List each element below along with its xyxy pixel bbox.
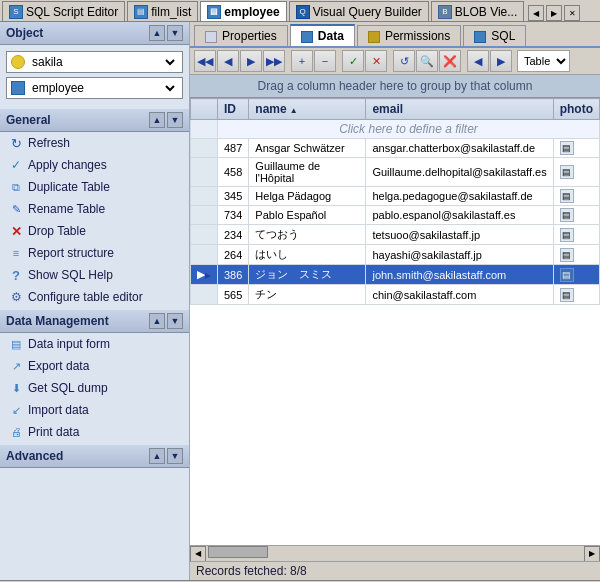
filter-row[interactable]: Click here to define a filter <box>191 120 600 139</box>
subtab-sql[interactable]: SQL <box>463 25 526 46</box>
cell-name[interactable]: てつおう <box>249 225 366 245</box>
toolbar-save[interactable]: ✓ <box>342 50 364 72</box>
cell-email[interactable]: hayashi@sakilastaff.jp <box>366 245 553 265</box>
subtab-data[interactable]: Data <box>290 24 355 46</box>
menu-item-refresh[interactable]: ↻ Refresh <box>0 132 189 154</box>
tab-close[interactable]: ✕ <box>564 5 580 21</box>
scroll-right-btn[interactable]: ▶ <box>584 546 600 562</box>
tab-film-list[interactable]: ▤ film_list <box>127 1 198 21</box>
cell-id[interactable]: 565 <box>218 285 249 305</box>
cell-photo: ▤ <box>553 187 599 206</box>
menu-item-export-data[interactable]: ↗ Export data <box>0 355 189 377</box>
database-selector[interactable]: sakila <box>6 51 183 73</box>
horizontal-scrollbar[interactable]: ◀ ▶ <box>190 545 600 561</box>
menu-item-apply-changes[interactable]: ✓ Apply changes <box>0 154 189 176</box>
cell-id[interactable]: 487 <box>218 139 249 158</box>
toolbar-cancel[interactable]: ✕ <box>365 50 387 72</box>
row-indicator-5 <box>191 225 218 245</box>
menu-item-report-structure[interactable]: ≡ Report structure <box>0 242 189 264</box>
menu-item-rename-table[interactable]: ✎ Rename Table <box>0 198 189 220</box>
object-collapse-down[interactable]: ▼ <box>167 25 183 41</box>
cell-name[interactable]: Pablo Español <box>249 206 366 225</box>
cell-email[interactable]: tetsuoo@sakilastaff.jp <box>366 225 553 245</box>
toolbar-filter[interactable]: 🔍 <box>416 50 438 72</box>
table-row[interactable]: 458 Guillaume de l'Hôpital Guillaume.del… <box>191 158 600 187</box>
menu-item-configure-table-editor[interactable]: ⚙ Configure table editor <box>0 286 189 308</box>
cell-id[interactable]: 734 <box>218 206 249 225</box>
subtab-permissions[interactable]: Permissions <box>357 25 461 46</box>
tab-scroll-right[interactable]: ▶ <box>546 5 562 21</box>
data-table-container[interactable]: ID name ▲ email photo Click here to defi… <box>190 98 600 545</box>
table-row[interactable]: 264 はいし hayashi@sakilastaff.jp ▤ <box>191 245 600 265</box>
cell-id[interactable]: 458 <box>218 158 249 187</box>
tab-blob-viewer[interactable]: B BLOB Vie... <box>431 1 524 21</box>
cell-email[interactable]: john.smith@sakilastaff.com <box>366 265 553 285</box>
advanced-collapse-down[interactable]: ▼ <box>167 448 183 464</box>
table-row[interactable]: 565 チン chin@sakilastaff.com ▤ <box>191 285 600 305</box>
toolbar-delete[interactable]: − <box>314 50 336 72</box>
table-row[interactable]: 345 Helga Pädagog helga.pedagogue@sakila… <box>191 187 600 206</box>
cell-id[interactable]: 345 <box>218 187 249 206</box>
view-type-select[interactable]: Table Form Split <box>517 50 570 72</box>
menu-item-show-sql-help[interactable]: ? Show SQL Help <box>0 264 189 286</box>
col-photo[interactable]: photo <box>553 99 599 120</box>
cell-id[interactable]: 234 <box>218 225 249 245</box>
col-name[interactable]: name ▲ <box>249 99 366 120</box>
scroll-thumb[interactable] <box>208 546 268 558</box>
tab-scroll-left[interactable]: ◀ <box>528 5 544 21</box>
table-row[interactable]: 734 Pablo Español pablo.espanol@sakilast… <box>191 206 600 225</box>
cell-name[interactable]: はいし <box>249 245 366 265</box>
tab-employee[interactable]: ▤ employee <box>200 1 286 21</box>
subtab-properties[interactable]: Properties <box>194 25 288 46</box>
col-id[interactable]: ID <box>218 99 249 120</box>
menu-item-drop-table[interactable]: ✕ Drop Table <box>0 220 189 242</box>
menu-item-get-sql-dump[interactable]: ⬇ Get SQL dump <box>0 377 189 399</box>
scroll-left-btn[interactable]: ◀ <box>190 546 206 562</box>
menu-item-import-data[interactable]: ↙ Import data <box>0 399 189 421</box>
database-select[interactable]: sakila <box>28 54 178 70</box>
toolbar-add[interactable]: + <box>291 50 313 72</box>
cell-email[interactable]: chin@sakilastaff.com <box>366 285 553 305</box>
cell-name[interactable]: Helga Pädagog <box>249 187 366 206</box>
report-icon: ≡ <box>8 245 24 261</box>
toolbar-last[interactable]: ▶▶ <box>263 50 285 72</box>
object-collapse-up[interactable]: ▲ <box>149 25 165 41</box>
cell-email[interactable]: Guillaume.delhopital@sakilastaff.es <box>366 158 553 187</box>
cell-photo: ▤ <box>553 206 599 225</box>
table-row-selected[interactable]: ▶ 386 ジョン スミス john.smith@sakilastaff.com… <box>191 265 600 285</box>
cell-email[interactable]: helga.pedagogue@sakilastaff.de <box>366 187 553 206</box>
dm-collapse-down[interactable]: ▼ <box>167 313 183 329</box>
cell-id[interactable]: 386 <box>218 265 249 285</box>
general-collapse-up[interactable]: ▲ <box>149 112 165 128</box>
toolbar-reload[interactable]: ↺ <box>393 50 415 72</box>
advanced-collapse-up[interactable]: ▲ <box>149 448 165 464</box>
tab-sql-script[interactable]: S SQL Script Editor <box>2 1 125 21</box>
col-indicator <box>191 99 218 120</box>
toolbar-left-nav[interactable]: ◀ <box>467 50 489 72</box>
cell-name[interactable]: チン <box>249 285 366 305</box>
menu-item-data-input-form[interactable]: ▤ Data input form <box>0 333 189 355</box>
menu-item-duplicate-table[interactable]: ⧉ Duplicate Table <box>0 176 189 198</box>
table-row[interactable]: 234 てつおう tetsuoo@sakilastaff.jp ▤ <box>191 225 600 245</box>
filter-text[interactable]: Click here to define a filter <box>218 120 600 139</box>
toolbar-next[interactable]: ▶ <box>240 50 262 72</box>
scroll-track[interactable] <box>206 546 584 561</box>
cell-name[interactable]: ジョン スミス <box>249 265 366 285</box>
tab-visual-query[interactable]: Q Visual Query Builder <box>289 1 429 21</box>
cell-name[interactable]: Ansgar Schwätzer <box>249 139 366 158</box>
dm-collapse-up[interactable]: ▲ <box>149 313 165 329</box>
cell-email[interactable]: pablo.espanol@sakilastaff.es <box>366 206 553 225</box>
table-selector[interactable]: employee <box>6 77 183 99</box>
toolbar-clear-filter[interactable]: ❌ <box>439 50 461 72</box>
table-row[interactable]: 487 Ansgar Schwätzer ansgar.chatterbox@s… <box>191 139 600 158</box>
toolbar-prev[interactable]: ◀ <box>217 50 239 72</box>
toolbar-right-nav[interactable]: ▶ <box>490 50 512 72</box>
table-select[interactable]: employee <box>28 80 178 96</box>
menu-item-print-data[interactable]: 🖨 Print data <box>0 421 189 443</box>
cell-id[interactable]: 264 <box>218 245 249 265</box>
cell-email[interactable]: ansgar.chatterbox@sakilastaff.de <box>366 139 553 158</box>
col-email[interactable]: email <box>366 99 553 120</box>
general-collapse-down[interactable]: ▼ <box>167 112 183 128</box>
toolbar-first[interactable]: ◀◀ <box>194 50 216 72</box>
cell-name[interactable]: Guillaume de l'Hôpital <box>249 158 366 187</box>
